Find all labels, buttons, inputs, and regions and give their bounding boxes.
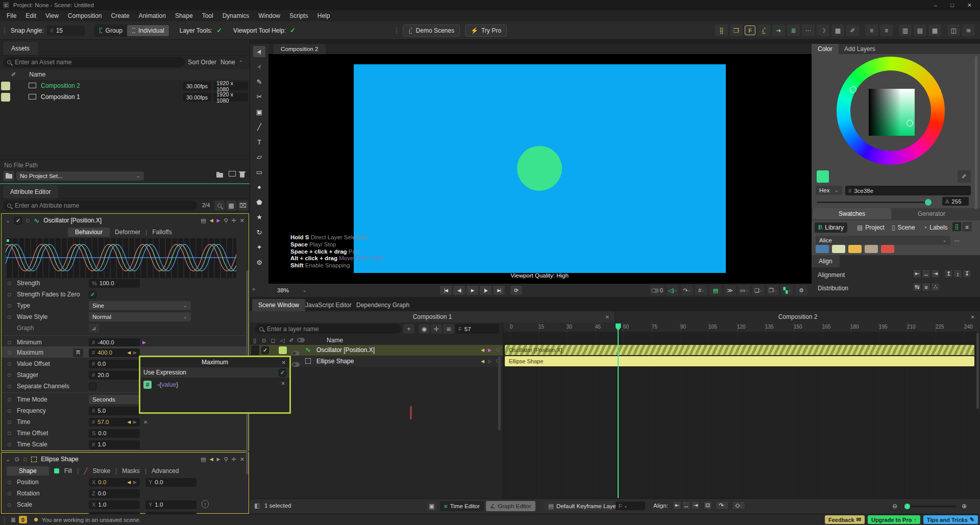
zoom-out-icon[interactable]: ⊖ xyxy=(892,503,897,510)
position-x-field[interactable]: X0.0◀▶ xyxy=(89,478,140,487)
viewport-settings-gear-icon[interactable]: ⚙ xyxy=(795,285,807,295)
demo-scenes-button[interactable]: ⣎Demo Scenes xyxy=(403,24,460,37)
pen-tool-icon[interactable]: ✎ xyxy=(253,76,265,87)
viewport-tool-help-checkbox[interactable]: ✓ xyxy=(290,27,296,34)
ellipse-tool-icon[interactable]: ● xyxy=(253,182,265,193)
prev-keyframe-icon[interactable]: ◀ xyxy=(481,359,484,364)
socket-icon[interactable] xyxy=(8,315,11,319)
prev-keyframe-icon[interactable]: ◀ xyxy=(127,420,131,424)
toggle-column-icon[interactable] xyxy=(296,337,305,343)
timeline-zoom-track[interactable] xyxy=(903,506,957,507)
socket-icon[interactable] xyxy=(8,432,11,435)
trash-icon[interactable] xyxy=(240,172,244,179)
tab-align[interactable]: Align xyxy=(812,255,840,267)
keyframe-layer-dropdown[interactable]: ▤Default Keyframe Layer xyxy=(544,501,622,511)
expression-editor[interactable]: # -(value) ✕ xyxy=(140,378,289,412)
menu-scripts[interactable]: Scripts xyxy=(285,12,313,19)
try-pro-button[interactable]: ⚡Try Pro xyxy=(465,24,507,37)
text-tool-icon[interactable]: T xyxy=(253,136,265,147)
asset-color-swatch[interactable] xyxy=(1,93,10,102)
next-keyframe-icon[interactable]: ▶ xyxy=(133,351,137,355)
list-icon[interactable]: ▤ xyxy=(201,217,206,224)
pin-icon[interactable]: ⚲ xyxy=(224,217,228,224)
upgrade-to-pro-button[interactable]: Upgrade to Pro↑ xyxy=(868,515,920,524)
asset-row[interactable]: Composition 1 30.00fps 1920 x 1080 xyxy=(0,92,250,103)
palette-swatch[interactable] xyxy=(881,245,894,253)
tab-javascript-editor[interactable]: JavaScript Editor xyxy=(299,299,358,311)
project-swatches-button[interactable]: ▤Project xyxy=(853,222,888,233)
drag-handle-icon[interactable]: ⡇ xyxy=(3,27,8,34)
layer-row-oscillator[interactable]: ✓ ∿ Oscillator [Position.X] ◀ ▶ xyxy=(250,345,503,356)
moon-icon[interactable]: ☽ xyxy=(817,24,829,36)
camera-tool-icon[interactable]: ▣ xyxy=(253,106,265,117)
prev-keyframe-icon[interactable]: ◀ xyxy=(481,348,484,353)
chevron-down-icon[interactable]: ⌄ xyxy=(6,217,10,224)
oscillator-header[interactable]: ⌄ ✓ ∿ Oscillator [Position.X] ▤ ◀ ▶ ⚲ ✛ … xyxy=(2,214,249,227)
tab-attribute-editor[interactable]: Attribute Editor xyxy=(3,185,58,198)
tab-falloffs[interactable]: Falloffs xyxy=(152,229,172,236)
box-icon[interactable]: ❒ xyxy=(730,24,743,36)
next-frame-button[interactable]: |▶ xyxy=(480,286,492,295)
picker-column-icon[interactable]: ✐ xyxy=(287,337,296,344)
tracks-scrollbar[interactable] xyxy=(976,333,979,409)
timeline-tracks[interactable]: 0 15 30 45 60 75 90 105 120 135 150 165 … xyxy=(503,322,980,498)
layer-name[interactable]: Oscillator [Position.X] xyxy=(316,346,375,354)
align-bottom-icon[interactable]: ↧ xyxy=(963,269,971,278)
layer-toggle-icon[interactable] xyxy=(292,362,300,367)
frame-range-icon[interactable]: ⊡ xyxy=(703,501,712,510)
tab-color[interactable]: Color xyxy=(812,44,839,54)
layer-toggle-icon[interactable] xyxy=(292,351,300,356)
play-button[interactable]: ▶ xyxy=(467,286,478,295)
alpha-slider-knob[interactable] xyxy=(925,199,932,206)
footer-frame-field[interactable]: F- xyxy=(616,502,645,510)
timeline-tab-composition-1[interactable]: Composition 1 ✕ xyxy=(250,311,615,322)
audio-column-icon[interactable]: ◁ xyxy=(278,337,287,344)
layer-color-swatch[interactable] xyxy=(279,346,287,354)
tab-dependency-graph[interactable]: Dependency Graph xyxy=(350,299,415,311)
perspective-tool-icon[interactable]: ▱ xyxy=(253,152,265,163)
filter-settings-icon[interactable]: ≌ xyxy=(443,324,454,334)
rotate-tool-icon[interactable]: ↻ xyxy=(253,227,265,238)
graph-editor-button[interactable]: ∠Graph Editor xyxy=(486,501,535,511)
frame-f-icon[interactable]: F xyxy=(745,26,755,35)
prev-keyframe-icon[interactable]: ◀ xyxy=(210,457,213,462)
table-icon[interactable]: ▦ xyxy=(831,24,844,36)
align-middle-icon[interactable]: ↕ xyxy=(953,269,962,278)
socket-icon[interactable] xyxy=(8,481,11,484)
align-left-icon[interactable]: ⇤ xyxy=(673,501,681,510)
stagger-field[interactable]: #20.0 xyxy=(89,371,140,380)
visibility-eye-icon[interactable]: ⊙ xyxy=(14,456,19,463)
tab-swatches[interactable]: Swatches xyxy=(813,208,891,219)
socket-icon[interactable] xyxy=(8,341,11,344)
expand-icon[interactable]: ≫ xyxy=(724,285,736,295)
asset-color-swatch[interactable] xyxy=(1,82,10,90)
maximum-field[interactable]: #400.0◀▶ xyxy=(89,348,140,357)
hex-input[interactable]: #3ce38e xyxy=(845,186,971,195)
timeline-tab-composition-2[interactable]: Composition 2 ✕ xyxy=(616,311,980,322)
saturation-value-square[interactable] xyxy=(869,89,915,136)
socket-icon[interactable] xyxy=(8,351,11,355)
distribute-scatter-icon[interactable]: ∴ xyxy=(931,283,940,291)
socket-icon[interactable] xyxy=(8,362,11,366)
settings-tool-icon[interactable]: ⚙ xyxy=(253,257,265,268)
enabled-checkbox[interactable]: ✓ xyxy=(14,217,22,224)
move-tool-icon[interactable]: ✛ xyxy=(431,324,442,334)
rotation-z-field[interactable]: Z0.0 xyxy=(89,489,140,498)
filter-grid-icon[interactable]: ▦ xyxy=(226,201,236,211)
socket-icon[interactable] xyxy=(8,293,11,296)
search-zoom-icon[interactable] xyxy=(214,201,225,211)
align-center-icon[interactable]: ↔ xyxy=(922,269,930,278)
tab-generator[interactable]: Generator xyxy=(892,208,971,219)
go-to-end-button[interactable]: ▶| xyxy=(493,286,505,295)
menu-help[interactable]: Help xyxy=(313,12,335,19)
console-icon[interactable]: ≣ xyxy=(11,516,16,523)
socket-icon[interactable] xyxy=(8,443,11,446)
knife-tool-icon[interactable]: ✂ xyxy=(253,91,265,103)
direct-select-tool-icon[interactable]: ➣ xyxy=(253,61,265,72)
grid-dots-icon[interactable]: ⣿ xyxy=(715,24,728,36)
keyframe-type-button[interactable]: ◇▹ xyxy=(732,501,745,510)
prev-keyframe-icon[interactable]: ◀ xyxy=(127,351,131,355)
rows-icon[interactable]: ▤ xyxy=(914,24,926,36)
layer-enabled-checkbox[interactable]: ✓ xyxy=(261,346,269,354)
ease-curve-button[interactable]: ↷▹ xyxy=(716,501,729,510)
